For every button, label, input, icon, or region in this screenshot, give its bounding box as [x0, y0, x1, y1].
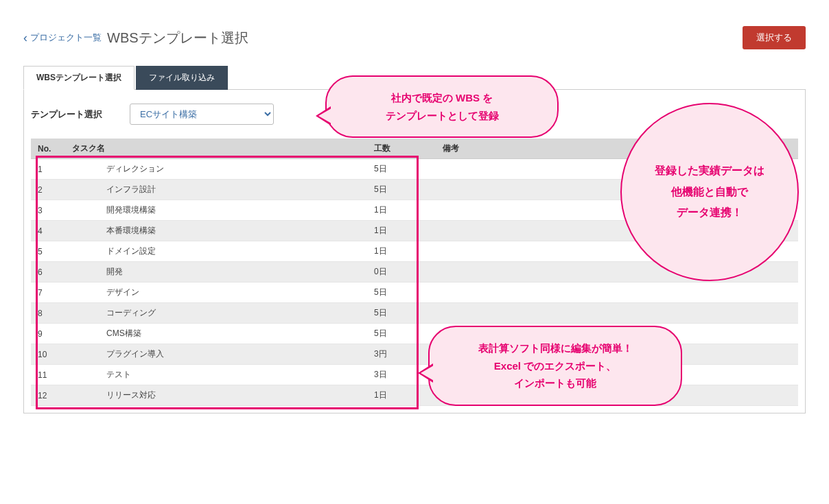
callout-excel-edit: 表計算ソフト同様に編集が簡単！ Excel でのエクスポート、 インポートも可能 — [428, 326, 682, 406]
tab-wbs-template-select[interactable]: WBSテンプレート選択 — [23, 66, 135, 90]
cell-task[interactable]: ディレクション — [65, 159, 367, 180]
table-row[interactable]: 8コーディング5日 — [31, 303, 798, 324]
cell-task[interactable]: 開発環境構築 — [65, 200, 367, 221]
cell-effort[interactable]: 5日 — [367, 159, 436, 180]
cell-task[interactable]: ドメイン設定 — [65, 241, 367, 262]
callout-template-register: 社内で既定の WBS を テンプレートとして登録 — [325, 75, 559, 138]
cell-task[interactable]: 開発 — [65, 262, 367, 283]
page-title: WBSテンプレート選択 — [107, 29, 248, 47]
cell-effort[interactable]: 5日 — [367, 303, 436, 324]
callout-tail-icon — [421, 365, 434, 381]
table-row[interactable]: 9CMS構築5日 — [31, 324, 798, 344]
header-task: タスク名 — [65, 139, 367, 159]
tab-file-import[interactable]: ファイル取り込み — [136, 66, 228, 90]
callout-text: 社内で既定の WBS を — [347, 89, 537, 107]
breadcrumb-link[interactable]: プロジェクト一覧 — [23, 31, 102, 45]
cell-effort[interactable]: 1日 — [367, 221, 436, 241]
callout-text: データ連携！ — [655, 202, 764, 223]
cell-task[interactable]: テスト — [65, 365, 367, 385]
header-effort: 工数 — [367, 139, 436, 159]
callout-tail-icon — [318, 108, 331, 123]
cell-no[interactable]: 6 — [31, 262, 65, 283]
table-row[interactable]: 7デザイン5日 — [31, 283, 798, 303]
cell-task[interactable]: コーディング — [65, 303, 367, 324]
callout-text: 他機能と自動で — [655, 182, 764, 202]
cell-task[interactable]: 本番環境構築 — [65, 221, 367, 241]
cell-effort[interactable]: 1日 — [367, 200, 436, 221]
header-no: No. — [31, 139, 65, 159]
select-button[interactable]: 選択する — [743, 26, 806, 49]
cell-no[interactable]: 7 — [31, 283, 65, 303]
callout-data-link: 登録した実績データは 他機能と自動で データ連携！ — [620, 103, 799, 281]
template-select-label: テンプレート選択 — [31, 108, 102, 121]
cell-no[interactable]: 9 — [31, 324, 65, 344]
callout-text: インポートも可能 — [450, 374, 660, 392]
cell-task[interactable]: プラグイン導入 — [65, 344, 367, 365]
cell-effort[interactable]: 5日 — [367, 180, 436, 200]
cell-effort[interactable]: 0日 — [367, 262, 436, 283]
cell-remarks[interactable] — [436, 283, 798, 303]
cell-effort[interactable]: 3円 — [367, 344, 436, 365]
table-row[interactable]: 11テスト3日 — [31, 365, 798, 385]
header-bar: プロジェクト一覧 WBSテンプレート選択 選択する — [16, 21, 813, 58]
cell-no[interactable]: 11 — [31, 365, 65, 385]
callout-text: 表計算ソフト同様に編集が簡単！ — [450, 339, 660, 357]
cell-effort[interactable]: 1日 — [367, 241, 436, 262]
cell-effort[interactable]: 5日 — [367, 283, 436, 303]
cell-no[interactable]: 8 — [31, 303, 65, 324]
table-row[interactable]: 10プラグイン導入3円 — [31, 344, 798, 365]
cell-no[interactable]: 5 — [31, 241, 65, 262]
table-row[interactable]: 12リリース対応1日 — [31, 385, 798, 406]
cell-no[interactable]: 4 — [31, 221, 65, 241]
cell-effort[interactable]: 5日 — [367, 324, 436, 344]
cell-no[interactable]: 10 — [31, 344, 65, 365]
callout-text: Excel でのエクスポート、 — [450, 357, 660, 375]
cell-task[interactable]: リリース対応 — [65, 385, 367, 406]
cell-no[interactable]: 12 — [31, 385, 65, 406]
cell-task[interactable]: インフラ設計 — [65, 180, 367, 200]
cell-task[interactable]: デザイン — [65, 283, 367, 303]
callout-text: 登録した実績データは — [655, 160, 764, 181]
cell-no[interactable]: 1 — [31, 159, 65, 180]
cell-task[interactable]: CMS構築 — [65, 324, 367, 344]
cell-no[interactable]: 2 — [31, 180, 65, 200]
cell-remarks[interactable] — [436, 303, 798, 324]
callout-text: テンプレートとして登録 — [347, 107, 537, 125]
template-dropdown[interactable]: ECサイト構築 — [130, 104, 274, 125]
cell-effort[interactable]: 1日 — [367, 385, 436, 406]
cell-no[interactable]: 3 — [31, 200, 65, 221]
